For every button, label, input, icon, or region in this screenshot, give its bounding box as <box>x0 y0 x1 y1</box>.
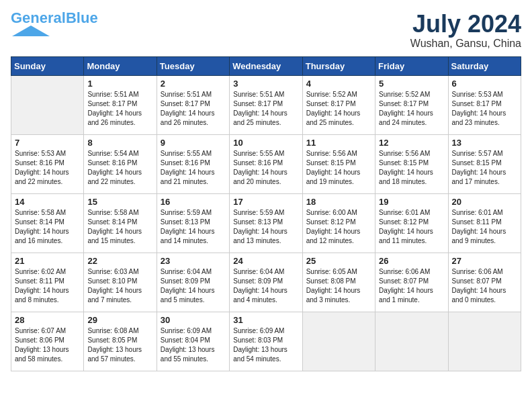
day-info: Sunrise: 5:51 AM Sunset: 8:17 PM Dayligh… <box>87 90 152 128</box>
calendar-cell: 31Sunrise: 6:09 AM Sunset: 8:03 PM Dayli… <box>230 312 302 371</box>
day-number: 15 <box>87 197 152 207</box>
day-number: 16 <box>161 197 226 207</box>
day-info: Sunrise: 5:55 AM Sunset: 8:16 PM Dayligh… <box>161 149 226 187</box>
day-info: Sunrise: 5:59 AM Sunset: 8:13 PM Dayligh… <box>233 208 298 246</box>
week-row-3: 14Sunrise: 5:58 AM Sunset: 8:14 PM Dayli… <box>11 193 521 253</box>
day-info: Sunrise: 5:52 AM Sunset: 8:17 PM Dayligh… <box>306 90 371 128</box>
logo-icon <box>11 26 51 38</box>
calendar-cell: 18Sunrise: 6:00 AM Sunset: 8:12 PM Dayli… <box>302 193 375 253</box>
week-row-1: 1Sunrise: 5:51 AM Sunset: 8:17 PM Daylig… <box>11 75 521 134</box>
day-info: Sunrise: 6:06 AM Sunset: 8:07 PM Dayligh… <box>452 267 517 305</box>
calendar-cell: 5Sunrise: 5:52 AM Sunset: 8:17 PM Daylig… <box>375 75 448 134</box>
day-info: Sunrise: 6:03 AM Sunset: 8:10 PM Dayligh… <box>87 267 152 305</box>
logo: GeneralBlue <box>11 11 98 38</box>
day-info: Sunrise: 6:09 AM Sunset: 8:03 PM Dayligh… <box>233 326 298 364</box>
day-number: 6 <box>452 79 517 89</box>
header-row: SundayMondayTuesdayWednesdayThursdayFrid… <box>11 56 521 75</box>
calendar-cell: 30Sunrise: 6:09 AM Sunset: 8:04 PM Dayli… <box>157 312 229 371</box>
col-header-monday: Monday <box>84 56 157 75</box>
title-block: July 2024 Wushan, Gansu, China <box>410 11 521 50</box>
day-number: 2 <box>161 79 226 89</box>
calendar-cell: 2Sunrise: 5:51 AM Sunset: 8:17 PM Daylig… <box>157 75 229 134</box>
calendar-cell: 17Sunrise: 5:59 AM Sunset: 8:13 PM Dayli… <box>230 193 302 253</box>
logo-general: General <box>11 9 66 26</box>
day-number: 10 <box>233 138 298 148</box>
week-row-5: 28Sunrise: 6:07 AM Sunset: 8:06 PM Dayli… <box>11 312 521 371</box>
day-info: Sunrise: 5:53 AM Sunset: 8:16 PM Dayligh… <box>15 149 80 187</box>
day-info: Sunrise: 5:58 AM Sunset: 8:14 PM Dayligh… <box>87 208 152 246</box>
day-number: 5 <box>379 79 444 89</box>
calendar-table: SundayMondayTuesdayWednesdayThursdayFrid… <box>11 56 521 371</box>
day-info: Sunrise: 6:08 AM Sunset: 8:05 PM Dayligh… <box>87 326 152 364</box>
day-number: 28 <box>15 315 80 325</box>
day-info: Sunrise: 5:56 AM Sunset: 8:15 PM Dayligh… <box>379 149 444 187</box>
day-info: Sunrise: 6:07 AM Sunset: 8:06 PM Dayligh… <box>15 326 80 364</box>
calendar-cell: 27Sunrise: 6:06 AM Sunset: 8:07 PM Dayli… <box>448 253 521 312</box>
day-info: Sunrise: 5:51 AM Sunset: 8:17 PM Dayligh… <box>161 90 226 128</box>
calendar-cell: 10Sunrise: 5:55 AM Sunset: 8:16 PM Dayli… <box>230 134 302 193</box>
day-info: Sunrise: 6:09 AM Sunset: 8:04 PM Dayligh… <box>161 326 226 364</box>
svg-marker-0 <box>12 26 50 36</box>
day-number: 1 <box>87 79 152 89</box>
calendar-cell: 21Sunrise: 6:02 AM Sunset: 8:11 PM Dayli… <box>11 253 84 312</box>
col-header-friday: Friday <box>375 56 448 75</box>
day-info: Sunrise: 5:53 AM Sunset: 8:17 PM Dayligh… <box>452 90 517 128</box>
day-info: Sunrise: 6:01 AM Sunset: 8:12 PM Dayligh… <box>379 208 444 246</box>
calendar-cell: 15Sunrise: 5:58 AM Sunset: 8:14 PM Dayli… <box>84 193 157 253</box>
calendar-cell: 13Sunrise: 5:57 AM Sunset: 8:15 PM Dayli… <box>448 134 521 193</box>
page-header: GeneralBlue July 2024 Wushan, Gansu, Chi… <box>11 11 521 50</box>
week-row-4: 21Sunrise: 6:02 AM Sunset: 8:11 PM Dayli… <box>11 253 521 312</box>
day-number: 18 <box>306 197 371 207</box>
calendar-cell <box>11 75 84 134</box>
calendar-cell: 11Sunrise: 5:56 AM Sunset: 8:15 PM Dayli… <box>302 134 375 193</box>
day-number: 11 <box>306 138 371 148</box>
day-number: 4 <box>306 79 371 89</box>
calendar-cell: 28Sunrise: 6:07 AM Sunset: 8:06 PM Dayli… <box>11 312 84 371</box>
day-number: 30 <box>161 315 226 325</box>
day-info: Sunrise: 6:02 AM Sunset: 8:11 PM Dayligh… <box>15 267 80 305</box>
day-number: 14 <box>15 197 80 207</box>
day-info: Sunrise: 6:00 AM Sunset: 8:12 PM Dayligh… <box>306 208 371 246</box>
calendar-cell: 19Sunrise: 6:01 AM Sunset: 8:12 PM Dayli… <box>375 193 448 253</box>
calendar-cell: 29Sunrise: 6:08 AM Sunset: 8:05 PM Dayli… <box>84 312 157 371</box>
day-info: Sunrise: 6:01 AM Sunset: 8:11 PM Dayligh… <box>452 208 517 246</box>
col-header-wednesday: Wednesday <box>230 56 302 75</box>
calendar-cell <box>448 312 521 371</box>
day-info: Sunrise: 6:04 AM Sunset: 8:09 PM Dayligh… <box>161 267 226 305</box>
day-number: 19 <box>379 197 444 207</box>
calendar-cell: 26Sunrise: 6:06 AM Sunset: 8:07 PM Dayli… <box>375 253 448 312</box>
calendar-cell: 12Sunrise: 5:56 AM Sunset: 8:15 PM Dayli… <box>375 134 448 193</box>
calendar-cell: 20Sunrise: 6:01 AM Sunset: 8:11 PM Dayli… <box>448 193 521 253</box>
day-number: 21 <box>15 256 80 266</box>
day-info: Sunrise: 5:56 AM Sunset: 8:15 PM Dayligh… <box>306 149 371 187</box>
day-number: 13 <box>452 138 517 148</box>
calendar-cell: 3Sunrise: 5:51 AM Sunset: 8:17 PM Daylig… <box>230 75 302 134</box>
day-number: 24 <box>233 256 298 266</box>
calendar-cell: 25Sunrise: 6:05 AM Sunset: 8:08 PM Dayli… <box>302 253 375 312</box>
day-number: 27 <box>452 256 517 266</box>
day-info: Sunrise: 5:59 AM Sunset: 8:13 PM Dayligh… <box>161 208 226 246</box>
day-number: 9 <box>161 138 226 148</box>
day-number: 22 <box>87 256 152 266</box>
day-number: 29 <box>87 315 152 325</box>
month-year-title: July 2024 <box>410 11 521 38</box>
calendar-cell: 24Sunrise: 6:04 AM Sunset: 8:09 PM Dayli… <box>230 253 302 312</box>
day-info: Sunrise: 5:54 AM Sunset: 8:16 PM Dayligh… <box>87 149 152 187</box>
calendar-cell: 14Sunrise: 5:58 AM Sunset: 8:14 PM Dayli… <box>11 193 84 253</box>
col-header-sunday: Sunday <box>11 56 84 75</box>
location-subtitle: Wushan, Gansu, China <box>410 38 521 50</box>
calendar-cell: 1Sunrise: 5:51 AM Sunset: 8:17 PM Daylig… <box>84 75 157 134</box>
day-number: 31 <box>233 315 298 325</box>
calendar-cell: 8Sunrise: 5:54 AM Sunset: 8:16 PM Daylig… <box>84 134 157 193</box>
calendar-cell: 23Sunrise: 6:04 AM Sunset: 8:09 PM Dayli… <box>157 253 229 312</box>
day-info: Sunrise: 5:57 AM Sunset: 8:15 PM Dayligh… <box>452 149 517 187</box>
logo-blue: Blue <box>66 9 98 26</box>
col-header-tuesday: Tuesday <box>157 56 229 75</box>
day-number: 7 <box>15 138 80 148</box>
day-number: 3 <box>233 79 298 89</box>
calendar-cell: 4Sunrise: 5:52 AM Sunset: 8:17 PM Daylig… <box>302 75 375 134</box>
week-row-2: 7Sunrise: 5:53 AM Sunset: 8:16 PM Daylig… <box>11 134 521 193</box>
calendar-cell: 7Sunrise: 5:53 AM Sunset: 8:16 PM Daylig… <box>11 134 84 193</box>
day-number: 20 <box>452 197 517 207</box>
calendar-cell <box>302 312 375 371</box>
